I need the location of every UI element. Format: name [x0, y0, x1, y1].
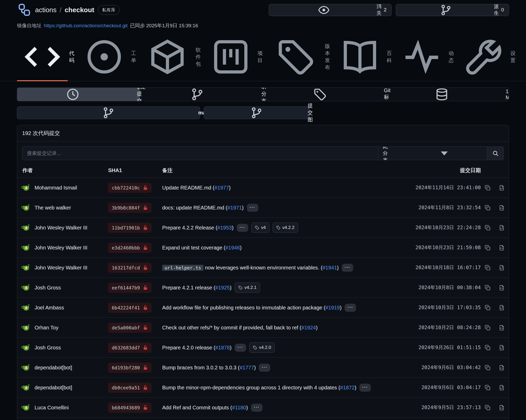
- fork-button[interactable]: 派生: [396, 4, 496, 16]
- avatar[interactable]: [21, 183, 31, 193]
- commit-sha-badge[interactable]: de5a000abf: [108, 323, 152, 333]
- copy-sha-button[interactable]: [481, 205, 494, 211]
- stat-size[interactable]: 12 MiB: [386, 88, 509, 101]
- browse-source-button[interactable]: [494, 285, 509, 291]
- browse-source-button[interactable]: [494, 325, 509, 331]
- commit-pr-link[interactable]: #1946: [225, 245, 240, 250]
- commit-pr-link[interactable]: #1977: [214, 185, 229, 191]
- commit-sha-badge[interactable]: db0cee9a51: [108, 383, 152, 393]
- branch-selector[interactable]: main: [17, 106, 200, 119]
- commit-sha-badge[interactable]: 3b9b8c884f: [108, 203, 152, 213]
- avatar[interactable]: [21, 323, 31, 333]
- version-tag-button[interactable]: v4.2.2: [273, 222, 298, 233]
- commit-search-input[interactable]: [22, 147, 378, 160]
- copy-sha-button[interactable]: [481, 365, 494, 371]
- copy-sha-button[interactable]: [481, 185, 494, 191]
- avatar[interactable]: [21, 343, 31, 353]
- expand-commit-message-button[interactable]: ···: [342, 264, 353, 272]
- avatar[interactable]: [21, 403, 31, 412]
- commit-sha-badge[interactable]: 163217dfcd: [108, 263, 152, 273]
- browse-source-button[interactable]: [494, 225, 509, 231]
- tab-releases[interactable]: 版本发布: [267, 35, 324, 81]
- commit-table-body: Mohammad Ismail cbb722410c Update README…: [17, 178, 509, 420]
- avatar[interactable]: [21, 223, 31, 233]
- unwatch-button[interactable]: 取消关注: [269, 4, 379, 16]
- version-tag-button[interactable]: v4: [251, 222, 269, 233]
- expand-commit-message-button[interactable]: ···: [359, 384, 371, 392]
- commit-sha-badge[interactable]: eef61447b9: [108, 283, 152, 293]
- commit-sha-badge[interactable]: 11bd71901b: [108, 223, 152, 233]
- commit-pr-link[interactable]: #1878: [215, 345, 230, 350]
- commit-sha-badge[interactable]: b684943689: [108, 403, 152, 413]
- copy-sha-button[interactable]: [481, 345, 494, 351]
- copy-sha-button[interactable]: [481, 385, 494, 391]
- commit-sha-badge[interactable]: 6b42224f41: [108, 303, 152, 313]
- expand-commit-message-button[interactable]: ···: [247, 204, 258, 212]
- commit-pr-link[interactable]: #1925: [215, 285, 230, 290]
- stat-branches[interactable]: 47 分支: [140, 88, 263, 101]
- browse-source-button[interactable]: [494, 365, 509, 371]
- stat-tags[interactable]: 49 Git标签: [263, 88, 386, 101]
- commit-pr-link[interactable]: #1971: [227, 205, 242, 211]
- commit-pr-link[interactable]: #1953: [217, 225, 232, 231]
- commit-sha-badge[interactable]: e3d2460bbb: [108, 243, 152, 253]
- browse-source-button[interactable]: [494, 245, 509, 251]
- commit-pr-link[interactable]: #1180: [232, 405, 246, 410]
- expand-commit-message-button[interactable]: ···: [345, 304, 356, 312]
- mirror-url-link[interactable]: https://github.com/actions/checkout.git: [44, 23, 128, 29]
- avatar[interactable]: [21, 203, 31, 213]
- copy-sha-button[interactable]: [481, 225, 494, 231]
- copy-sha-button[interactable]: [481, 285, 494, 291]
- commit-sha-badge[interactable]: 6d193bf280: [108, 363, 152, 373]
- browse-source-button[interactable]: [494, 405, 509, 411]
- watchers-count[interactable]: 2: [379, 4, 392, 16]
- copy-sha-button[interactable]: [481, 265, 494, 271]
- commit-pr-link[interactable]: #1919: [325, 305, 340, 310]
- tab-projects[interactable]: 项目: [205, 35, 256, 81]
- avatar[interactable]: [21, 243, 31, 253]
- version-tag-button[interactable]: v4.2.0: [249, 342, 275, 353]
- browse-source-button[interactable]: [494, 305, 509, 311]
- stat-commits[interactable]: 192 提交: [17, 88, 140, 101]
- commit-pr-link[interactable]: #1872: [340, 385, 355, 390]
- search-button[interactable]: [487, 147, 504, 160]
- browse-source-button[interactable]: [494, 205, 509, 211]
- avatar[interactable]: [21, 303, 31, 313]
- tab-packages[interactable]: 软件包: [141, 35, 194, 81]
- fork-button-group[interactable]: 派生 0: [396, 4, 509, 16]
- copy-sha-button[interactable]: [481, 245, 494, 251]
- expand-commit-message-button[interactable]: ···: [259, 364, 270, 372]
- avatar[interactable]: [21, 263, 31, 273]
- commit-graph-button[interactable]: 提交图: [204, 106, 310, 119]
- tab-settings[interactable]: 设置: [458, 35, 509, 81]
- expand-commit-message-button[interactable]: ···: [235, 344, 246, 352]
- commit-sha-badge[interactable]: d632683dd7: [108, 343, 152, 353]
- browse-source-button[interactable]: [494, 385, 509, 391]
- commit-sha-badge[interactable]: cbb722410c: [108, 183, 152, 193]
- commit-pr-link[interactable]: #1777: [240, 365, 254, 370]
- tab-wiki[interactable]: 百科: [334, 35, 385, 81]
- avatar[interactable]: [21, 283, 31, 293]
- site-logo-icon[interactable]: [17, 3, 31, 17]
- expand-commit-message-button[interactable]: ···: [251, 404, 262, 412]
- expand-commit-message-button[interactable]: ···: [237, 224, 248, 232]
- repo-owner-link[interactable]: actions: [35, 6, 56, 14]
- tab-code[interactable]: 代码: [17, 35, 68, 81]
- copy-sha-button[interactable]: [481, 405, 494, 411]
- copy-sha-button[interactable]: [481, 325, 494, 331]
- version-tag-button[interactable]: v4.2.1: [235, 282, 260, 293]
- commit-pr-link[interactable]: #1941: [323, 265, 337, 270]
- browse-source-button[interactable]: [494, 185, 509, 191]
- forks-count[interactable]: 0: [496, 4, 509, 16]
- copy-sha-button[interactable]: [481, 305, 494, 311]
- commit-pr-link[interactable]: #1924: [301, 325, 316, 330]
- branch-scope-dropdown[interactable]: 此分支: [378, 147, 487, 160]
- avatar[interactable]: [21, 363, 31, 372]
- browse-source-button[interactable]: [494, 265, 509, 271]
- tab-activity[interactable]: 动态: [396, 35, 447, 81]
- tab-issues[interactable]: 工单: [79, 35, 130, 81]
- unwatch-button-group[interactable]: 取消关注 2: [269, 4, 392, 16]
- repo-name-link[interactable]: checkout: [65, 6, 94, 14]
- browse-source-button[interactable]: [494, 345, 509, 351]
- avatar[interactable]: [21, 383, 31, 392]
